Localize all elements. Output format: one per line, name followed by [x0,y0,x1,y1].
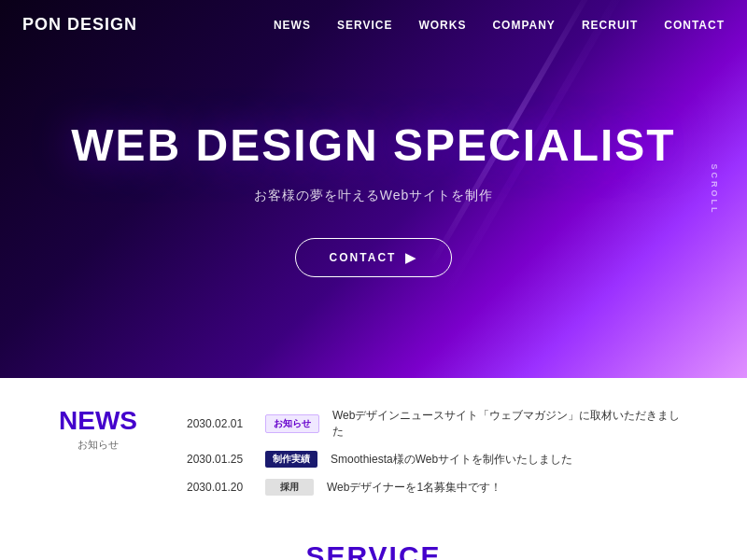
nav-link-news[interactable]: NEWS [274,19,311,32]
nav-item-service[interactable]: SERVICE [337,16,392,33]
logo[interactable]: PON DESIGN [22,15,137,35]
news-date-3: 2030.01.20 [187,481,252,494]
nav-item-contact[interactable]: CONTACT [664,16,725,33]
nav-link-contact[interactable]: CONTACT [664,19,725,32]
news-list: 2030.02.01 お知らせ Webデザインニュースサイト「ウェブマガジン」に… [187,408,691,496]
header: PON DESIGN NEWS SERVICE WORKS COMPANY RE… [0,0,747,49]
hero-section: WEB DESIGN SPECIALIST お客様の夢を叶えるWebサイトを制作… [0,0,747,378]
news-text-1: Webデザインニュースサイト「ウェブマガジン」に取材いただきました [332,408,691,440]
hero-title: WEB DESIGN SPECIALIST [71,119,675,171]
nav-link-recruit[interactable]: RECRUIT [582,19,638,32]
nav-link-company[interactable]: COMPANY [492,19,555,32]
service-section-title: SERVICE [0,540,747,560]
news-date-2: 2030.01.25 [187,453,252,466]
news-item-1[interactable]: 2030.02.01 お知らせ Webデザインニュースサイト「ウェブマガジン」に… [187,408,691,440]
service-section: SERVICE [0,514,747,560]
nav-item-works[interactable]: WORKS [418,16,466,33]
news-section: NEWS お知らせ 2030.02.01 お知らせ Webデザインニュースサイト… [0,378,747,514]
hero-cta-label: CONTACT [330,251,397,264]
nav-item-news[interactable]: NEWS [274,16,311,33]
news-section-title: NEWS [56,408,140,434]
hero-cta-button[interactable]: CONTACT ▶ [295,238,453,277]
nav-item-recruit[interactable]: RECRUIT [582,16,638,33]
hero-content: WEB DESIGN SPECIALIST お客様の夢を叶えるWebサイトを制作… [0,0,747,378]
news-label-block: NEWS お知らせ [56,408,140,452]
main-nav: NEWS SERVICE WORKS COMPANY RECRUIT CONTA… [274,16,725,33]
news-item-2[interactable]: 2030.01.25 制作実績 Smoothiesta様のWebサイトを制作いた… [187,451,691,468]
news-item-3[interactable]: 2030.01.20 採用 Webデザイナーを1名募集中です！ [187,479,691,496]
news-date-1: 2030.02.01 [187,417,252,430]
news-section-sub: お知らせ [56,438,140,452]
arrow-icon: ▶ [405,250,417,265]
nav-link-works[interactable]: WORKS [418,19,466,32]
nav-item-company[interactable]: COMPANY [492,16,555,33]
news-text-2: Smoothiesta様のWebサイトを制作いたしました [331,452,572,468]
nav-link-service[interactable]: SERVICE [337,19,392,32]
hero-subtitle: お客様の夢を叶えるWebサイトを制作 [254,188,494,204]
news-badge-2: 制作実績 [265,451,317,468]
news-badge-1: お知らせ [265,414,319,433]
news-badge-3: 採用 [265,479,314,496]
nav-list: NEWS SERVICE WORKS COMPANY RECRUIT CONTA… [274,16,725,33]
news-text-3: Webデザイナーを1名募集中です！ [327,480,501,496]
scroll-label: SCROLL [710,163,719,215]
